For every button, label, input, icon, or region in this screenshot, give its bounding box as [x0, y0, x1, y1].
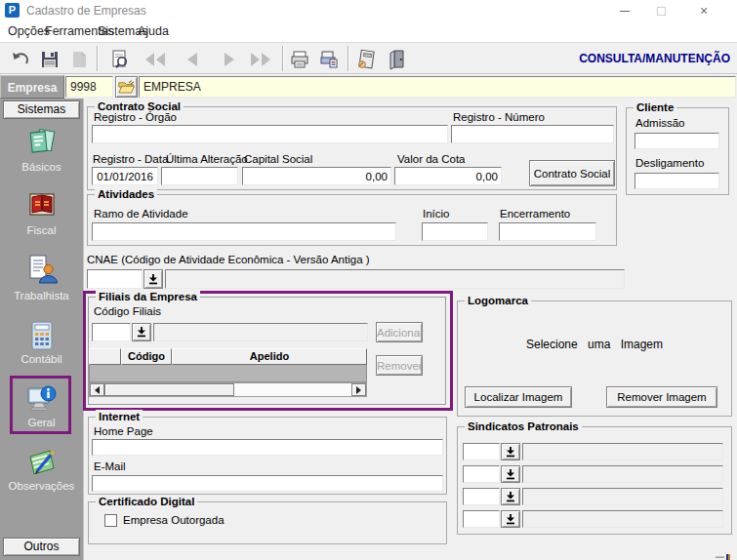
- minimize-button[interactable]: [605, 0, 644, 21]
- dropdown-arrow-icon: [506, 469, 515, 480]
- registro-orgao-label: Registro - Órgão: [94, 111, 177, 123]
- resize-grip[interactable]: [716, 546, 731, 560]
- calculator-icon: [355, 49, 377, 70]
- scroll-right-button[interactable]: [351, 383, 366, 396]
- desligamento-input[interactable]: [635, 173, 719, 189]
- sindicato-code-input[interactable]: [463, 510, 500, 528]
- maximize-button[interactable]: [641, 0, 680, 21]
- cliente-title: Cliente: [634, 100, 676, 114]
- exit-button[interactable]: [385, 47, 410, 71]
- table-horizontal-scrollbar[interactable]: [89, 382, 367, 397]
- ramo-atividade-input[interactable]: [92, 222, 396, 241]
- calculator-button[interactable]: [353, 47, 379, 71]
- empresa-outorgada-checkbox[interactable]: [104, 514, 117, 527]
- cnae-code-input[interactable]: [87, 269, 143, 289]
- localizar-imagem-button[interactable]: Localizar Imagem: [465, 386, 572, 408]
- empresa-outorgada-label[interactable]: Empresa Outorgada: [123, 514, 225, 526]
- sindicato-dropdown-button[interactable]: [501, 510, 520, 528]
- sindicato-name-field: [522, 443, 723, 460]
- delete-record-icon: [69, 50, 89, 69]
- email-input[interactable]: [92, 475, 443, 492]
- remover-button[interactable]: Remover: [376, 355, 423, 376]
- close-icon: ×: [700, 4, 708, 18]
- open-company-button[interactable]: [115, 76, 138, 98]
- sidebar-tab-sistemas[interactable]: Sistemas: [3, 100, 80, 119]
- table-header-selector[interactable]: [89, 348, 121, 365]
- toolbar-separator: [348, 46, 349, 71]
- sidebar-item-basicos[interactable]: [25, 124, 59, 157]
- sidebar-tab-outros[interactable]: Outros: [3, 538, 80, 556]
- sidebar: Sistemas Básicos Fiscal Trabal: [0, 99, 84, 560]
- save-button[interactable]: [37, 47, 62, 71]
- home-page-input[interactable]: [92, 439, 443, 456]
- registro-data-input[interactable]: [92, 167, 158, 185]
- sidebar-item-observacoes[interactable]: [25, 446, 59, 479]
- remover-imagem-button[interactable]: Remover Imagem: [606, 386, 717, 408]
- previous-record-button[interactable]: [180, 47, 205, 71]
- print-icon: [289, 49, 310, 70]
- undo-button[interactable]: [8, 47, 33, 71]
- sidebar-item-geral[interactable]: [25, 381, 59, 415]
- dropdown-arrow-icon: [506, 492, 515, 502]
- valor-cota-input[interactable]: [394, 167, 502, 185]
- inicio-label: Início: [423, 208, 450, 220]
- company-code-field[interactable]: [65, 76, 113, 98]
- adicionar-button[interactable]: Adicionar: [376, 322, 423, 342]
- internet-title: Internet: [96, 410, 143, 423]
- ultima-alteracao-input[interactable]: [161, 167, 238, 185]
- ramo-atividade-label: Ramo de Atividade: [94, 208, 188, 220]
- sindicato-dropdown-button[interactable]: [501, 488, 520, 505]
- next-record-button[interactable]: [217, 47, 242, 71]
- exit-icon: [387, 49, 408, 70]
- preview-button[interactable]: [107, 47, 133, 71]
- next-record-icon: [222, 52, 237, 67]
- print-setup-icon: [318, 49, 340, 70]
- sindicato-dropdown-button[interactable]: [501, 443, 520, 460]
- minimize-icon: [620, 11, 630, 12]
- books-icon: [25, 124, 59, 157]
- table-empty-row[interactable]: [89, 365, 367, 382]
- registro-numero-input[interactable]: [451, 125, 614, 143]
- capital-social-input[interactable]: [242, 167, 391, 185]
- registro-orgao-input[interactable]: [92, 125, 448, 143]
- admissao-input[interactable]: [635, 133, 719, 149]
- delete-record-button[interactable]: [66, 47, 92, 71]
- menu-ajuda[interactable]: Ajuda: [138, 24, 169, 38]
- sidebar-item-trabalhista[interactable]: [25, 253, 59, 286]
- table-header-apelido[interactable]: Apelido: [172, 348, 367, 365]
- sidebar-item-fiscal[interactable]: [25, 188, 59, 221]
- sindicato-code-input[interactable]: [463, 443, 500, 460]
- sidebar-item-contabil[interactable]: [25, 319, 59, 352]
- calculator-icon: [25, 319, 59, 352]
- print-setup-button[interactable]: [316, 47, 342, 71]
- filial-nome-field: [153, 323, 368, 341]
- scroll-left-button[interactable]: [90, 383, 104, 396]
- company-name-field[interactable]: [139, 76, 736, 98]
- window-title: Cadastro de Empresas: [26, 4, 146, 18]
- sindicato-code-input[interactable]: [463, 488, 500, 505]
- scrollbar-thumb[interactable]: [104, 383, 234, 396]
- menu-opcoes[interactable]: Opções: [8, 24, 50, 38]
- codigo-filiais-input[interactable]: [92, 323, 131, 341]
- capital-social-label: Capital Social: [244, 153, 312, 165]
- filiais-dropdown-button[interactable]: [132, 323, 151, 341]
- first-record-icon: [143, 52, 167, 67]
- dropdown-arrow-icon: [506, 447, 515, 458]
- close-button[interactable]: ×: [684, 0, 723, 21]
- atividades-title: Atividades: [95, 187, 157, 201]
- first-record-button[interactable]: [143, 47, 168, 71]
- contrato-social-button[interactable]: Contrato Social: [529, 160, 615, 186]
- inicio-input[interactable]: [422, 222, 488, 241]
- scroll-right-icon: [356, 386, 365, 394]
- print-button[interactable]: [287, 47, 312, 71]
- cnae-dropdown-button[interactable]: [143, 269, 163, 289]
- sidebar-item-contabil-label: Contábil: [0, 353, 83, 365]
- sindicato-code-input[interactable]: [463, 465, 500, 483]
- encerramento-label: Encerramento: [500, 208, 570, 220]
- toolbar-separator: [282, 46, 284, 71]
- encerramento-input[interactable]: [499, 222, 596, 241]
- table-header-codigo[interactable]: Código: [121, 348, 172, 365]
- dropdown-arrow-icon: [148, 274, 158, 285]
- sindicato-dropdown-button[interactable]: [501, 465, 520, 483]
- last-record-button[interactable]: [248, 47, 273, 71]
